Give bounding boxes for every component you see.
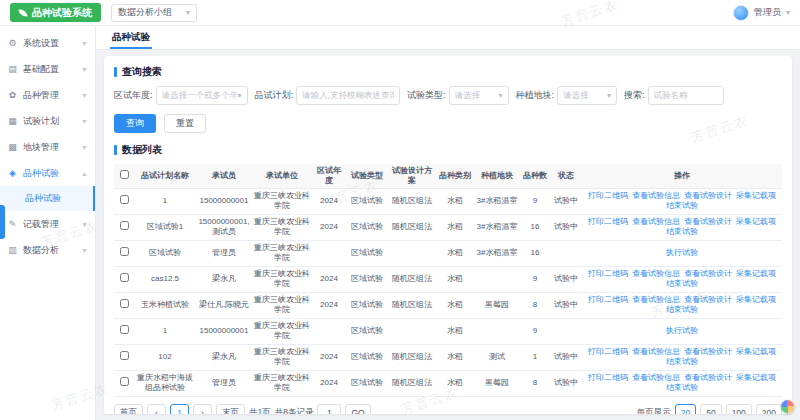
page-size-200[interactable]: 200 (756, 404, 782, 415)
row-checkbox[interactable] (120, 195, 129, 204)
cell-operations: 打印二维码查看试验信息查看试验设计采集记载项结束试验 (582, 188, 782, 214)
cell-plot (474, 266, 520, 292)
analysis-icon: ▥ (7, 245, 18, 255)
cell-count: 8 (520, 292, 550, 318)
sidebar-item-品种试验[interactable]: ◈品种试验▲ (0, 160, 95, 186)
chevron-down-icon[interactable]: ▾ (786, 8, 790, 17)
tab-variety-test[interactable]: 品种试验 (110, 27, 152, 49)
sidebar-item-基础配置[interactable]: ▤基础配置▼ (0, 56, 95, 82)
row-checkbox[interactable] (120, 299, 129, 308)
op-link-查看试验信息[interactable]: 查看试验信息 (632, 217, 680, 227)
go-button[interactable]: GO (345, 404, 370, 415)
op-link-结束试验[interactable]: 结束试验 (666, 201, 698, 211)
op-link-打印二维码[interactable]: 打印二维码 (588, 373, 628, 383)
op-link-查看试验设计[interactable]: 查看试验设计 (684, 217, 732, 227)
first-page-button[interactable]: 首页 (114, 404, 143, 415)
last-page-button[interactable]: 末页 (216, 404, 245, 415)
workspace-select[interactable]: 数据分析小组 ▾ (111, 4, 197, 22)
plot-icon: ▩ (7, 142, 18, 152)
op-link-打印二维码[interactable]: 打印二维码 (588, 217, 628, 227)
chevron-down-icon: ▼ (81, 92, 88, 99)
op-link-采集记载项[interactable]: 采集记载项 (736, 217, 776, 227)
page-size-20[interactable]: 20 (675, 404, 696, 415)
op-link-查看试验信息[interactable]: 查看试验信息 (632, 191, 680, 201)
op-link-结束试验[interactable]: 结束试验 (666, 357, 698, 367)
op-link-采集记载项[interactable]: 采集记载项 (736, 269, 776, 279)
sidebar-item-label: 试验计划 (23, 115, 59, 128)
cell-unit: 重庆三峡农业科学院 (252, 344, 312, 370)
sidebar-item-试验计划[interactable]: ▦试验计划▼ (0, 108, 95, 134)
row-checkbox[interactable] (120, 377, 129, 386)
cell-operations: 打印二维码查看试验信息查看试验设计采集记载项结束试验 (582, 214, 782, 240)
row-checkbox[interactable] (120, 247, 129, 256)
op-link-查看试验设计[interactable]: 查看试验设计 (684, 295, 732, 305)
op-link-查看试验信息[interactable]: 查看试验信息 (632, 295, 680, 305)
op-link-查看试验信息[interactable]: 查看试验信息 (632, 373, 680, 383)
table-row: cas12.5梁永凡重庆三峡农业科学院2024区域试验随机区组法水稻9试验中打印… (114, 266, 782, 292)
table-row: 115000000001重庆三峡农业科学院2024区域试验随机区组法水稻3#水稻… (114, 188, 782, 214)
op-link-打印二维码[interactable]: 打印二维码 (588, 191, 628, 201)
op-link-执行试验[interactable]: 执行试验 (666, 326, 698, 336)
sidebar-subitem-品种试验[interactable]: 品种试验 (0, 186, 95, 211)
next-page-button[interactable]: › (193, 404, 212, 415)
reset-button[interactable]: 重置 (164, 114, 206, 133)
sidebar-item-品种管理[interactable]: ✿品种管理▼ (0, 82, 95, 108)
cell-type: 区域试验 (346, 318, 388, 344)
op-link-采集记载项[interactable]: 采集记载项 (736, 295, 776, 305)
variety-icon: ✿ (7, 90, 18, 100)
op-link-结束试验[interactable]: 结束试验 (666, 227, 698, 237)
field-select[interactable]: 请选择一个或多个年份▾ (156, 86, 248, 105)
cell-design: 随机区组法 (388, 292, 436, 318)
page-button-1[interactable]: 1 (170, 404, 189, 415)
jump-page-input[interactable] (317, 404, 341, 415)
sidebar-item-记载管理[interactable]: ✎记载管理▼ (0, 211, 95, 237)
row-checkbox[interactable] (120, 325, 129, 334)
op-link-结束试验[interactable]: 结束试验 (666, 305, 698, 315)
op-link-执行试验[interactable]: 执行试验 (666, 248, 698, 258)
op-link-打印二维码[interactable]: 打印二维码 (588, 295, 628, 305)
sidebar-collapse-handle[interactable] (0, 205, 5, 239)
op-link-结束试验[interactable]: 结束试验 (666, 383, 698, 393)
sidebar-item-系统设置[interactable]: ⚙系统设置▼ (0, 30, 95, 56)
op-link-采集记载项[interactable]: 采集记载项 (736, 191, 776, 201)
page-size-50[interactable]: 50 (700, 404, 721, 415)
chevron-down-icon: ▾ (238, 91, 242, 100)
sidebar-item-数据分析[interactable]: ▥数据分析▼ (0, 237, 95, 263)
field-select[interactable]: 请选择▾ (449, 86, 509, 105)
op-link-采集记载项[interactable]: 采集记载项 (736, 347, 776, 357)
op-link-打印二维码[interactable]: 打印二维码 (588, 347, 628, 357)
row-checkbox[interactable] (120, 351, 129, 360)
select-all-checkbox[interactable] (120, 170, 129, 179)
pagination: 首页‹1›末页共1页共8条记录GO每页显示2050100200 (114, 404, 782, 415)
field-input[interactable]: 请输入,支持模糊表述查询 (296, 86, 400, 105)
sidebar-item-地块管理[interactable]: ▩地块管理▼ (0, 134, 95, 160)
cell-status (550, 318, 582, 344)
op-link-采集记载项[interactable]: 采集记载项 (736, 373, 776, 383)
cell-category: 水稻 (436, 318, 474, 344)
floating-helper-button[interactable] (781, 400, 794, 413)
cell-name: 玉米种植试验 (134, 292, 196, 318)
op-link-查看试验设计[interactable]: 查看试验设计 (684, 347, 732, 357)
cell-category: 水稻 (436, 266, 474, 292)
prev-page-button[interactable]: ‹ (147, 404, 166, 415)
cell-type: 区域试验 (346, 240, 388, 266)
op-link-结束试验[interactable]: 结束试验 (666, 279, 698, 289)
op-link-查看试验设计[interactable]: 查看试验设计 (684, 191, 732, 201)
op-link-查看试验设计[interactable]: 查看试验设计 (684, 269, 732, 279)
placeholder-text: 试验名称 (654, 90, 688, 102)
sidebar: ⚙系统设置▼▤基础配置▼✿品种管理▼▦试验计划▼▩地块管理▼◈品种试验▲品种试验… (0, 26, 96, 420)
row-checkbox[interactable] (120, 221, 129, 230)
op-link-打印二维码[interactable]: 打印二维码 (588, 269, 628, 279)
op-link-查看试验信息[interactable]: 查看试验信息 (632, 347, 680, 357)
cell-year: 2024 (312, 214, 346, 240)
field-input[interactable]: 试验名称 (648, 86, 724, 105)
avatar[interactable] (733, 5, 749, 21)
op-link-查看试验信息[interactable]: 查看试验信息 (632, 269, 680, 279)
page-size-100[interactable]: 100 (726, 404, 752, 415)
query-button[interactable]: 查询 (114, 114, 156, 133)
row-checkbox[interactable] (120, 273, 129, 282)
cell-year: 2024 (312, 188, 346, 214)
field-select[interactable]: 请选择▾ (557, 86, 617, 105)
op-link-查看试验设计[interactable]: 查看试验设计 (684, 373, 732, 383)
cell-operations: 打印二维码查看试验信息查看试验设计采集记载项结束试验 (582, 292, 782, 318)
